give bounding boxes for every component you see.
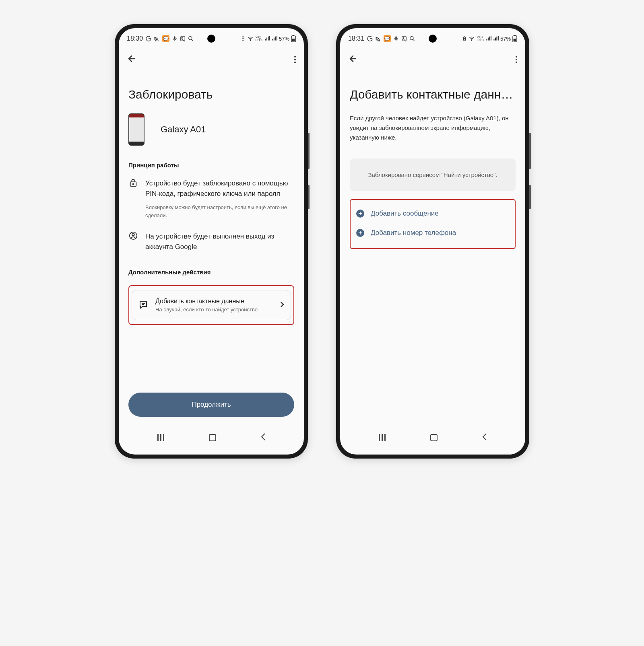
lock-icon [128,178,138,219]
svg-rect-23 [514,39,516,42]
svg-rect-9 [292,39,295,42]
svg-point-17 [410,37,413,40]
page-title: Заблокировать [128,88,294,101]
camera-dot [207,35,215,43]
battery-saver-icon [462,36,467,41]
section-header-principle: Принцип работы [128,162,294,169]
nav-back-button[interactable] [482,433,487,442]
status-right: Vo))LTE1 57% [462,35,517,42]
app-icon: 💬 [384,35,391,42]
mic-icon [172,36,178,41]
battery-percent: 57% [279,36,289,42]
lte-icon: Vo))LTE1 [255,35,263,42]
content-area: Заблокировать Galaxy A01 Принцип работы … [119,72,304,425]
side-button [308,133,310,169]
locked-message-box: Заблокировано сервисом "Найти устройство… [350,158,516,191]
google-icon [145,35,152,42]
description-text: Если другой человек найдет устройство (G… [350,113,516,142]
page-title: Добавить контактные данн… [350,88,516,101]
search-icon [188,36,194,41]
svg-point-11 [133,183,134,185]
info-account: На устройстве будет выполнен выход из ак… [128,231,294,257]
nav-home-button[interactable] [209,434,216,441]
side-button [308,185,310,209]
card-title: Добавить контактные данные [155,298,273,305]
status-left: 18:30 💬 [127,35,194,42]
more-menu-button[interactable] [516,56,517,63]
add-phone-link[interactable]: + Добавить номер телефона [353,223,512,243]
svg-rect-14 [395,36,397,39]
svg-point-6 [250,40,251,41]
search-icon [409,36,415,41]
signal-icon [264,36,270,42]
gallery-icon [180,36,186,41]
svg-rect-15 [402,37,407,41]
signal-icon [486,36,491,42]
phone-frame-1: 18:30 💬 [115,24,308,459]
app-bar [340,47,525,72]
content-area: Добавить контактные данн… Если другой че… [340,72,525,425]
svg-point-13 [132,234,134,236]
add-contact-card[interactable]: Добавить контактные данные На случай, ес… [132,290,291,320]
battery-icon [512,35,517,42]
svg-point-3 [189,37,192,40]
info-lock-sub: Блокировку можно будет настроить, если в… [145,204,294,219]
svg-point-2 [182,37,182,38]
wifi-icon [469,36,475,41]
phone-frame-2: 18:31 💬 [336,24,529,459]
status-time: 18:31 [348,35,364,42]
svg-rect-22 [514,35,516,36]
signal-icon-2 [493,36,499,42]
card-sub: На случай, если кто-то найдет устройство [155,307,273,313]
nav-recent-button[interactable] [379,434,386,441]
nav-recent-button[interactable] [157,434,164,441]
side-button [529,185,531,209]
add-phone-label: Добавить номер телефона [371,229,456,237]
device-image [128,113,144,146]
device-row: Galaxy A01 [128,113,294,146]
message-icon [138,300,148,311]
svg-rect-0 [174,36,175,39]
device-name: Galaxy A01 [161,124,206,135]
battery-percent: 57% [500,36,511,42]
wifi-icon [247,36,254,41]
app-bar [119,47,304,72]
svg-rect-8 [293,35,294,36]
nav-home-button[interactable] [430,434,438,441]
status-left: 18:31 💬 [348,35,415,42]
lte-icon: Vo))LTE1 [477,35,484,42]
nav-bar [340,425,525,455]
plus-icon: + [356,229,364,237]
account-icon [128,231,138,257]
more-menu-button[interactable] [294,56,296,63]
highlight-box: + Добавить сообщение + Добавить номер те… [350,199,516,249]
battery-icon [291,35,296,42]
highlight-box: Добавить контактные данные На случай, ес… [128,285,294,325]
back-button[interactable] [348,54,358,65]
add-message-label: Добавить сообщение [371,210,439,218]
svg-rect-1 [181,37,185,41]
back-button[interactable] [127,54,136,65]
continue-button[interactable]: Продолжить [128,393,294,417]
signal-icon-2 [272,36,277,42]
svg-rect-19 [464,37,465,37]
info-lock-main: Устройство будет заблокировано с помощью… [145,178,294,199]
cast-icon [154,36,160,41]
section-header-additional: Дополнительные действия [128,269,294,276]
side-button [529,133,531,169]
plus-icon: + [356,210,364,218]
add-message-link[interactable]: + Добавить сообщение [353,204,512,223]
chevron-right-icon [280,301,284,309]
nav-bar [119,425,304,455]
phone-screen-2: 18:31 💬 [340,28,525,455]
mic-icon [393,36,399,41]
gallery-icon [401,36,407,41]
battery-saver-icon [241,36,246,41]
svg-point-20 [472,40,472,41]
info-account-main: На устройстве будет выполнен выход из ак… [145,231,294,252]
info-lock: Устройство будет заблокировано с помощью… [128,178,294,219]
status-right: Vo))LTE1 57% [241,35,296,42]
camera-dot [429,35,437,43]
app-icon: 💬 [162,35,169,42]
nav-back-button[interactable] [261,433,266,442]
